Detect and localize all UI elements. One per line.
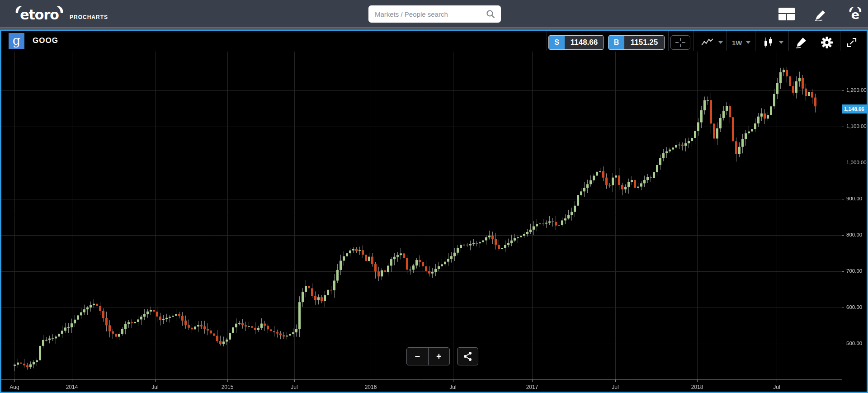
chart-panel: g GOOG S 1148.66 B 1151.25 <box>0 29 868 393</box>
sell-price: 1148.66 <box>565 36 604 49</box>
chart-layout-icon[interactable] <box>778 8 795 20</box>
time-axis-label: Jul <box>612 384 618 390</box>
chevron-down-icon <box>779 41 783 44</box>
candlestick-icon <box>763 37 775 48</box>
timeframe-dropdown[interactable]: 1W <box>732 35 750 50</box>
time-axis-label: Jul <box>291 384 297 390</box>
etoro-bull-icon[interactable]: e <box>847 6 863 24</box>
divider <box>668 31 669 51</box>
fullscreen-button[interactable] <box>846 35 858 50</box>
time-axis-label: 2018 <box>691 384 703 390</box>
time-axis-label: Jul <box>151 384 158 390</box>
divider <box>755 31 755 51</box>
share-icon <box>462 351 473 362</box>
chevron-down-icon <box>718 41 723 44</box>
crosshair-icon <box>675 37 686 48</box>
drawing-pencil-icon[interactable] <box>813 8 829 23</box>
line-chart-icon <box>700 38 715 47</box>
time-axis-label: Jul <box>449 384 456 390</box>
time-axis-label: 2015 <box>222 384 234 390</box>
search-input[interactable] <box>368 10 486 18</box>
divider <box>814 31 814 51</box>
time-axis-label: 2016 <box>365 384 377 390</box>
zoom-out-button[interactable]: − <box>407 348 429 365</box>
price-axis-label: 1,100.00 <box>846 123 867 129</box>
candlestick-style-dropdown[interactable] <box>763 35 783 50</box>
price-axis-label: 800.00 <box>846 232 862 237</box>
share-button[interactable] <box>457 347 478 365</box>
price-axis-label: 900.00 <box>846 196 862 201</box>
divider <box>726 31 727 51</box>
time-axis-label: Aug <box>9 384 19 390</box>
buy-button[interactable]: B 1151.25 <box>608 35 665 50</box>
top-navigation-bar: etoro PROCHARTS e <box>0 0 868 28</box>
price-axis-label: 700.00 <box>846 268 862 274</box>
divider <box>693 31 693 51</box>
timeframe-label: 1W <box>732 39 742 47</box>
price-axis-label: 500.00 <box>846 341 862 346</box>
search-icon[interactable] <box>486 9 495 19</box>
chevron-down-icon <box>746 41 750 44</box>
chart-type-dropdown[interactable] <box>700 35 723 50</box>
google-symbol-icon: g <box>9 33 24 49</box>
procharts-label: PROCHARTS <box>70 14 108 20</box>
sell-button[interactable]: S 1148.66 <box>548 35 604 50</box>
expand-arrows-icon <box>846 37 858 48</box>
svg-text:etoro: etoro <box>20 7 59 23</box>
current-price-tag: 1,148.66 <box>842 104 867 114</box>
buy-price: 1151.25 <box>624 36 664 49</box>
marker-pen-icon <box>794 36 808 49</box>
time-axis-label: 2017 <box>526 384 538 390</box>
time-axis-label: Jul <box>773 384 780 390</box>
svg-text:e: e <box>851 8 859 22</box>
price-axis-label: 1,200.00 <box>846 87 867 93</box>
divider <box>840 31 840 51</box>
divider <box>788 31 789 51</box>
etoro-logo[interactable]: etoro PROCHARTS <box>13 5 108 24</box>
time-axis-label: 2014 <box>66 384 78 390</box>
divider <box>547 31 547 51</box>
zoom-controls: − + <box>406 347 450 365</box>
price-axis-label: 600.00 <box>846 304 862 310</box>
crosshair-tool-button[interactable] <box>670 35 690 50</box>
zoom-in-button[interactable]: + <box>429 348 450 365</box>
gear-icon <box>821 36 833 49</box>
indicators-button[interactable] <box>794 35 808 50</box>
chart-header: g GOOG S 1148.66 B 1151.25 <box>1 31 867 51</box>
buy-tag: B <box>609 36 624 49</box>
settings-button[interactable] <box>821 35 833 50</box>
symbol-name: GOOG <box>33 36 58 45</box>
etoro-bull-logo-icon: etoro <box>13 5 66 24</box>
candlestick-chart-canvas[interactable] <box>1 31 867 392</box>
global-search <box>368 5 501 23</box>
sell-tag: S <box>549 36 565 49</box>
price-axis-label: 1,000.00 <box>846 160 867 165</box>
